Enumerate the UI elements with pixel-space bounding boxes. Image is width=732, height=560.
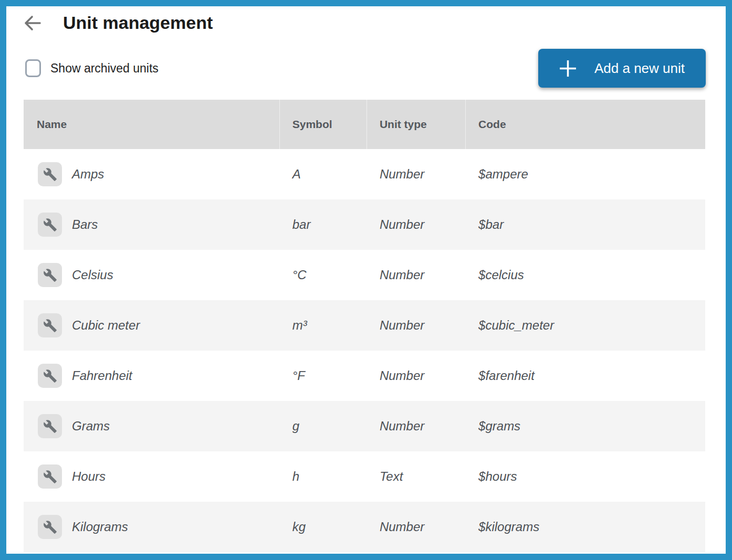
edit-unit-button[interactable]: [38, 263, 62, 287]
table-row: Grams g Number $grams: [24, 401, 705, 451]
name-cell: Amps: [24, 162, 279, 186]
edit-unit-button[interactable]: [38, 515, 62, 539]
table-row: Celsius °C Number $celcius: [24, 250, 705, 300]
column-header-code: Code: [465, 100, 705, 149]
unit-code: $hours: [465, 469, 705, 484]
unit-type: Text: [367, 469, 465, 484]
name-cell: Celsius: [24, 263, 279, 287]
edit-unit-button[interactable]: [38, 464, 62, 489]
unit-symbol: °F: [279, 368, 367, 383]
unit-name: Hours: [72, 469, 106, 484]
add-new-unit-label: Add a new unit: [594, 60, 685, 77]
unit-symbol: g: [279, 419, 367, 434]
unit-type: Number: [367, 368, 465, 383]
unit-type: Number: [367, 419, 465, 434]
unit-name: Fahrenheit: [72, 368, 132, 383]
unit-symbol: bar: [279, 217, 367, 232]
show-archived-checkbox[interactable]: [25, 59, 41, 77]
edit-unit-button[interactable]: [38, 364, 62, 388]
name-cell: Kilograms: [24, 515, 279, 539]
table-row: Bars bar Number $bar: [24, 199, 705, 250]
table-row: Cubic meter m³ Number $cubic_meter: [24, 300, 705, 351]
edit-unit-button[interactable]: [38, 162, 62, 186]
name-cell: Hours: [24, 464, 279, 489]
wrench-icon: [43, 319, 57, 333]
unit-symbol: h: [279, 469, 367, 484]
unit-type: Number: [367, 217, 465, 232]
name-cell: Fahrenheit: [24, 364, 279, 388]
table-row: Fahrenheit °F Number $farenheit: [24, 351, 705, 401]
wrench-icon: [43, 167, 57, 182]
unit-name: Bars: [72, 217, 98, 232]
unit-symbol: °C: [279, 268, 367, 282]
unit-code: $grams: [465, 419, 705, 434]
unit-symbol: kg: [279, 520, 367, 534]
wrench-icon: [43, 520, 57, 534]
column-header-unit-type: Unit type: [367, 100, 465, 149]
show-archived-label: Show archived units: [50, 61, 159, 76]
unit-type: Number: [367, 318, 465, 333]
column-header-symbol: Symbol: [279, 100, 367, 149]
edit-unit-button[interactable]: [38, 213, 62, 237]
unit-type: Number: [367, 167, 465, 182]
unit-name: Cubic meter: [72, 318, 140, 333]
page-header: Unit management: [6, 6, 726, 33]
unit-type: Number: [367, 268, 465, 282]
wrench-icon: [43, 218, 57, 232]
column-header-name: Name: [24, 118, 279, 131]
unit-type: Number: [367, 520, 465, 534]
arrow-left-icon: [22, 14, 42, 33]
wrench-icon: [43, 470, 57, 484]
show-archived-group: Show archived units: [25, 59, 159, 77]
unit-name: Kilograms: [72, 520, 128, 534]
name-cell: Grams: [24, 414, 279, 438]
back-button[interactable]: [22, 14, 42, 33]
name-cell: Cubic meter: [24, 313, 279, 337]
units-table: Name Symbol Unit type Code Amps A Number…: [24, 100, 705, 552]
unit-code: $farenheit: [465, 368, 705, 383]
table-row: Kilograms kg Number $kilograms: [24, 502, 705, 552]
toolbar: Show archived units Add a new unit: [6, 49, 726, 88]
unit-symbol: m³: [279, 318, 367, 333]
wrench-icon: [43, 268, 57, 282]
unit-name: Amps: [72, 167, 104, 182]
unit-code: $cubic_meter: [465, 318, 705, 333]
unit-code: $ampere: [465, 167, 705, 182]
name-cell: Bars: [24, 213, 279, 237]
page-title: Unit management: [63, 13, 213, 33]
wrench-icon: [43, 419, 57, 434]
app-window: Unit management Show archived units Add …: [0, 0, 732, 560]
add-new-unit-button[interactable]: Add a new unit: [538, 49, 706, 88]
wrench-icon: [43, 369, 57, 383]
table-row: Amps A Number $ampere: [24, 149, 705, 199]
unit-name: Celsius: [72, 268, 113, 282]
table-body: Amps A Number $ampere Bars bar Number $b…: [24, 149, 705, 552]
table-header-row: Name Symbol Unit type Code: [24, 100, 705, 149]
edit-unit-button[interactable]: [38, 313, 62, 337]
edit-unit-button[interactable]: [38, 414, 62, 438]
unit-symbol: A: [279, 167, 367, 182]
unit-code: $celcius: [465, 268, 705, 282]
unit-code: $bar: [465, 217, 705, 232]
table-row: Hours h Text $hours: [24, 451, 705, 502]
plus-icon: [558, 59, 578, 78]
unit-name: Grams: [72, 419, 110, 434]
unit-code: $kilograms: [465, 520, 705, 534]
